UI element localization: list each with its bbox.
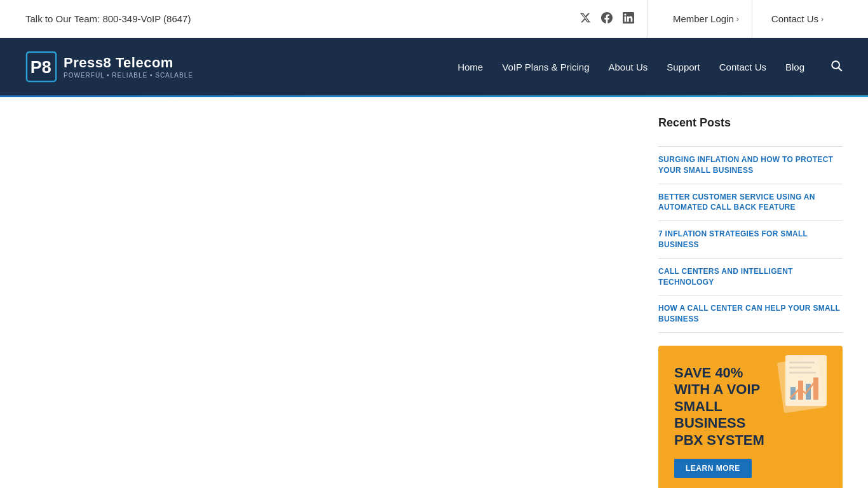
recent-post-link-2[interactable]: BETTER CUSTOMER SERVICE USING AN AUTOMAT… — [658, 192, 843, 214]
member-login-chevron: › — [736, 15, 739, 24]
logo-brand: Press8 Telecom — [64, 55, 193, 71]
contact-us-top-label: Contact Us — [771, 13, 818, 24]
ad-banner: SAVE 40% WITH A VOIP SMALL BUSINESS PBX … — [658, 346, 843, 488]
recent-posts-list: SURGING INFLATION AND HOW TO PROTECT YOU… — [658, 146, 843, 333]
nav-support[interactable]: Support — [667, 62, 700, 72]
nav-voip-plans[interactable]: VoIP Plans & Pricing — [502, 62, 589, 72]
list-item: 7 INFLATION STRATEGIES FOR SMALL BUSINES… — [658, 221, 843, 259]
contact-us-chevron: › — [821, 15, 824, 24]
logo-icon: P8 — [25, 51, 57, 83]
nav-blog[interactable]: Blog — [785, 62, 804, 72]
facebook-icon[interactable] — [601, 12, 613, 26]
ad-learn-more-button[interactable]: LEARN MORE — [674, 459, 752, 478]
recent-post-link-4[interactable]: CALL CENTERS AND INTELLIGENT TECHNOLOGY — [658, 266, 843, 288]
divider-social — [647, 0, 648, 38]
sidebar: Recent Posts SURGING INFLATION AND HOW T… — [658, 116, 843, 488]
logo-tagline: POWERFUL • RELIABLE • SCALABLE — [64, 72, 193, 79]
logo-text: Press8 Telecom POWERFUL • RELIABLE • SCA… — [64, 55, 193, 78]
list-item: BETTER CUSTOMER SERVICE USING AN AUTOMAT… — [658, 184, 843, 222]
twitter-icon[interactable] — [580, 12, 591, 26]
member-login-label: Member Login — [673, 13, 734, 24]
list-item: SURGING INFLATION AND HOW TO PROTECT YOU… — [658, 147, 843, 184]
recent-post-link-3[interactable]: 7 INFLATION STRATEGIES FOR SMALL BUSINES… — [658, 229, 843, 250]
nav-about-us[interactable]: About Us — [609, 62, 648, 72]
ad-decoration — [766, 352, 836, 437]
svg-text:P8: P8 — [31, 58, 51, 77]
logo[interactable]: P8 Press8 Telecom POWERFUL • RELIABLE • … — [25, 51, 193, 83]
list-item: HOW A CALL CENTER CAN HELP YOUR SMALL BU… — [658, 295, 843, 333]
top-bar: Talk to Our Team: 800-349-VoIP (8647) Me… — [0, 0, 868, 38]
logo-press8: Press8 — [64, 55, 116, 71]
top-bar-right: Member Login › Contact Us › — [580, 0, 843, 38]
nav-links: Home VoIP Plans & Pricing About Us Suppo… — [458, 59, 843, 75]
nav-header: P8 Press8 Telecom POWERFUL • RELIABLE • … — [0, 38, 868, 95]
search-icon[interactable] — [830, 59, 843, 75]
member-login-button[interactable]: Member Login › — [660, 13, 752, 24]
svg-rect-12 — [777, 357, 825, 413]
nav-home[interactable]: Home — [458, 62, 483, 72]
logo-telecom: Telecom — [116, 55, 173, 71]
ad-banner-text: SAVE 40% WITH A VOIP SMALL BUSINESS PBX … — [674, 365, 773, 449]
nav-contact-us[interactable]: Contact Us — [719, 62, 766, 72]
social-icons — [580, 12, 634, 26]
linkedin-icon[interactable] — [623, 12, 634, 26]
list-item: CALL CENTERS AND INTELLIGENT TECHNOLOGY — [658, 259, 843, 296]
contact-us-top-button[interactable]: Contact Us › — [752, 13, 843, 24]
recent-posts-title: Recent Posts — [658, 116, 843, 135]
main-content: Recent Posts SURGING INFLATION AND HOW T… — [0, 97, 868, 488]
svg-line-3 — [839, 67, 842, 71]
content-left — [25, 116, 633, 488]
recent-post-link-5[interactable]: HOW A CALL CENTER CAN HELP YOUR SMALL BU… — [658, 303, 843, 325]
phone-text: Talk to Our Team: 800-349-VoIP (8647) — [25, 13, 191, 24]
recent-post-link-1[interactable]: SURGING INFLATION AND HOW TO PROTECT YOU… — [658, 154, 843, 176]
